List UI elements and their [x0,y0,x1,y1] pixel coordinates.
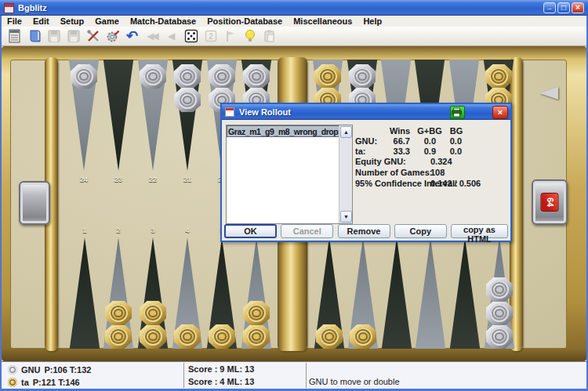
score-bottom: Score : 4 ML: 13 [188,376,254,387]
window-border-left [0,16,2,391]
silver-checker-icon [8,365,17,375]
stats-row-ta: ta: 33.3 0.9 0.0 [355,147,510,157]
gold-checker-point-6[interactable] [243,324,270,349]
point-number-3: 3 [137,226,169,234]
player-pips: P:121 T:146 [33,378,80,387]
gold-checker-point-7[interactable] [316,324,343,349]
point-number-2: 2 [103,226,134,234]
score-top: Score : 9 ML: 13 [188,364,254,375]
gold-checker-point-5[interactable] [209,324,235,349]
stats-header-wins: Wins [384,126,416,136]
rollout-stats: Wins G+BG BG GNU: 66.7 0.0 0.0 ta: 33.3 … [355,126,510,190]
status-bar: GNU P:106 T:132 ta P:121 T:146 Score : 9… [2,361,586,389]
edit-gear-icon[interactable] [103,27,122,45]
silver-checker-point-12[interactable] [486,277,513,302]
doubling-cube[interactable]: 64 [541,193,559,212]
gold-checker-point-4[interactable] [174,324,201,349]
dialog-close-icon[interactable]: × [492,106,508,119]
stats-value: 0.9 [412,147,436,156]
save-icon [44,27,64,45]
gold-checker-point-18[interactable] [314,64,341,89]
menu-item-edit[interactable]: Edit [27,16,55,27]
menu-item-help[interactable]: Help [358,16,387,27]
ok-button[interactable]: OK [224,224,277,238]
cancel-button: Cancel [281,224,333,238]
menu-item-game[interactable]: Game [89,16,125,27]
list-scrollbar[interactable]: ▲ ▼ [339,125,352,223]
copy-button[interactable]: Copy [394,224,447,238]
close-button[interactable]: × [572,2,584,13]
silver-checker-point-12[interactable] [486,301,513,325]
gold-checker-point-2[interactable] [105,324,132,349]
stats-value: 66.7 [355,136,410,146]
scroll-down-icon[interactable]: ▼ [340,211,352,223]
silver-checker-point-19[interactable] [243,64,270,89]
step-back-icon: ◀ [162,27,181,45]
menu-item-setup[interactable]: Setup [55,16,90,27]
silver-checker-point-21[interactable] [174,88,201,112]
menu-item-file[interactable]: File [2,16,27,27]
title-bar[interactable]: Bgblitz _ □ × [0,0,588,16]
window-title: Bgblitz [18,3,47,13]
gold-checker-point-6[interactable] [243,301,270,325]
dialog-title-bar[interactable]: View Rollout × [222,104,510,120]
player-status-gnu: GNU P:106 T:132 [8,364,91,375]
view-rollout-dialog: View Rollout × Graz_m1_g9_m8_wrong_drop.… [220,103,512,242]
gold-checker-point-13[interactable] [485,64,512,89]
stats-label: Number of Games: [355,168,432,177]
minimize-button[interactable]: _ [543,2,556,13]
point-number-22: 22 [137,176,169,183]
score-text: Score : 4 ML: 13 [188,377,254,386]
dialog-icon [225,107,234,117]
remove-button[interactable]: Remove [338,224,390,238]
silver-checker-point-24[interactable] [71,64,97,89]
menu-item-miscellaneous[interactable]: Miscellaneous [288,16,358,27]
menu-item-match-database[interactable]: Match-Database [125,16,201,27]
turn-message: GNU to move or double [309,376,400,387]
hint-bulb-icon[interactable] [240,27,260,45]
silver-checker-point-22[interactable] [140,64,166,89]
silver-checker-point-21[interactable] [174,64,201,89]
silver-checker-point-20[interactable] [209,64,235,89]
silver-checker-point-12[interactable] [486,324,513,349]
status-divider [306,363,307,388]
score-text: Score : 9 ML: 13 [188,364,254,374]
player-name: GNU [21,365,40,375]
gold-checker-point-3[interactable] [140,301,166,325]
print-icon[interactable] [450,106,465,119]
dialog-button-row: OKCancelRemoveCopycopy as HTML [224,224,508,238]
rollout-list-item[interactable]: Graz_m1_g9_m8_wrong_drop.rlx ok [227,125,339,137]
menu-item-position-database[interactable]: Position-Database [201,16,288,27]
gold-checker-icon [8,378,17,387]
stats-value: 0.324 [430,157,452,166]
stats-value: 33.3 [355,147,410,156]
rollout-file-list[interactable]: Graz_m1_g9_m8_wrong_drop.rlx ok ▲ ▼ [226,125,353,224]
player-name: ta [21,378,29,387]
toolbar: ↶◀◀◀2 [2,27,586,46]
point-number-4: 4 [172,226,203,234]
point-number-24: 24 [68,176,100,183]
scroll-up-icon[interactable]: ▲ [340,126,352,138]
settings-tools-icon[interactable] [83,27,103,45]
copy-as-html-button[interactable]: copy as HTML [451,224,508,238]
stats-label: Equity GNU: [355,157,406,166]
bgblitz-window: Bgblitz _ □ × FileEditSetupGameMatch-Dat… [0,0,588,391]
gold-checker-point-8[interactable] [350,324,376,349]
svg-text:2: 2 [209,32,213,41]
point-number-23: 23 [103,176,134,183]
gold-checker-point-2[interactable] [105,301,132,325]
undo-icon[interactable]: ↶ [122,27,142,45]
double-2-icon: 2 [201,27,220,45]
stats-value: 0.142 / 0.506 [430,179,481,188]
gold-checker-point-3[interactable] [140,324,166,349]
game-list-icon[interactable] [5,27,24,45]
status-divider [183,363,184,388]
silver-checker-point-17[interactable] [349,64,376,89]
stats-value: 108 [430,168,445,177]
roll-dice-icon[interactable] [181,27,201,45]
stats-row-gnu: GNU: 66.7 0.0 0.0 [355,136,510,147]
maximize-button[interactable]: □ [557,2,570,13]
stats-row-confidence: 95% Confidence Interval: 0.142 / 0.506 [355,179,510,190]
notebook-icon[interactable] [24,27,44,45]
right-cube-tray: 64 [532,179,568,225]
